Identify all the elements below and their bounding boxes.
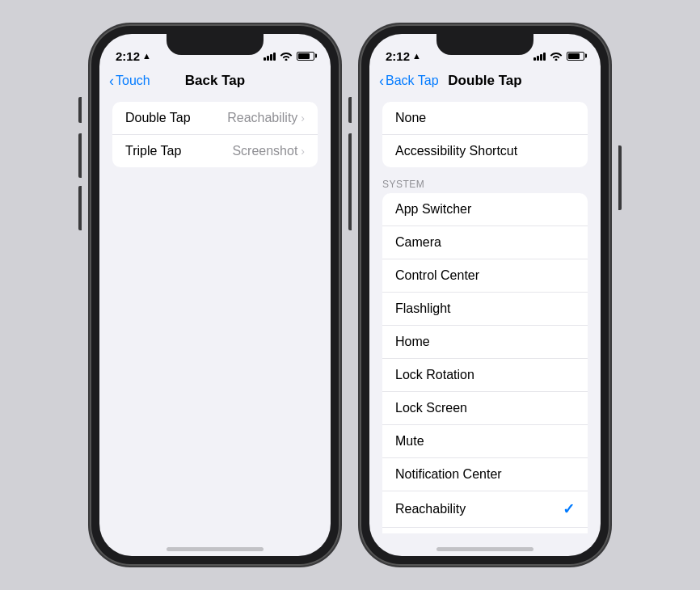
back-button-right[interactable]: ‹ Back Tap — [379, 73, 439, 90]
screen-content-left: Double Tap Reachability › Triple Tap Scr… — [99, 95, 331, 533]
status-time-right: 2:12 — [386, 49, 410, 63]
nav-bar-right: ‹ Back Tap Double Tap — [369, 70, 601, 95]
row-control-center[interactable]: Control Center — [382, 259, 588, 293]
wifi-icon-left — [280, 51, 293, 61]
double-tap-chevron: › — [301, 112, 305, 124]
lock-rotation-label: Lock Rotation — [395, 368, 474, 382]
system-section-header: SYSTEM — [369, 174, 601, 193]
signal-bars-left — [264, 51, 276, 61]
settings-group-left: Double Tap Reachability › Triple Tap Scr… — [112, 102, 318, 167]
row-camera[interactable]: Camera — [382, 226, 588, 259]
triple-tap-right: Screenshot › — [232, 144, 305, 158]
back-label-left: Touch — [116, 74, 150, 88]
row-lock-rotation[interactable]: Lock Rotation — [382, 359, 588, 392]
row-notification-center[interactable]: Notification Center — [382, 458, 588, 491]
triple-tap-label: Triple Tap — [125, 144, 181, 158]
battery-icon-left — [297, 52, 314, 61]
camera-label: Camera — [395, 235, 441, 250]
phone-left: 2:12 ▲ — [90, 24, 340, 566]
reachability-checkmark: ✓ — [563, 500, 575, 518]
notification-center-label: Notification Center — [395, 467, 502, 482]
battery-icon-right — [567, 52, 584, 61]
double-tap-label: Double Tap — [125, 111, 191, 125]
double-tap-value: Reachability — [227, 111, 297, 125]
triple-tap-chevron: › — [301, 145, 305, 158]
row-lock-screen[interactable]: Lock Screen — [382, 392, 588, 425]
phone-right: 2:12 ▲ — [360, 24, 610, 566]
flashlight-label: Flashlight — [395, 301, 450, 316]
reachability-label: Reachability — [395, 502, 466, 516]
back-chevron-left: ‹ — [109, 73, 114, 90]
accessibility-shortcut-label: Accessibility Shortcut — [395, 144, 517, 158]
row-triple-tap[interactable]: Triple Tap Screenshot › — [112, 135, 318, 167]
home-indicator-left — [99, 533, 331, 556]
wifi-icon-right — [550, 51, 563, 61]
none-label: None — [395, 111, 426, 125]
row-flashlight[interactable]: Flashlight — [382, 293, 588, 326]
home-bar-left — [167, 547, 264, 551]
system-group-right: App Switcher Camera Control Center Flash… — [382, 193, 588, 533]
row-home[interactable]: Home — [382, 326, 588, 359]
notch — [167, 34, 264, 55]
mute-label: Mute — [395, 434, 424, 449]
nav-title-right: Double Tap — [448, 73, 521, 89]
control-center-label: Control Center — [395, 268, 479, 283]
location-icon-left: ▲ — [142, 51, 151, 61]
row-app-switcher[interactable]: App Switcher — [382, 193, 588, 226]
row-accessibility-shortcut[interactable]: Accessibility Shortcut — [382, 135, 588, 167]
row-screenshot[interactable]: Screenshot — [382, 528, 588, 533]
notch-right — [436, 34, 533, 55]
triple-tap-value: Screenshot — [232, 144, 297, 158]
back-chevron-right: ‹ — [379, 73, 384, 90]
row-none[interactable]: None — [382, 102, 588, 135]
home-label: Home — [395, 335, 430, 349]
row-mute[interactable]: Mute — [382, 425, 588, 458]
phones-container: 2:12 ▲ — [90, 24, 610, 566]
status-icons-right — [533, 51, 584, 61]
nav-title-left: Back Tap — [185, 73, 245, 89]
back-button-left[interactable]: ‹ Touch — [109, 73, 150, 90]
signal-bars-right — [533, 51, 546, 61]
back-label-right: Back Tap — [386, 74, 439, 88]
double-tap-right: Reachability › — [227, 111, 305, 125]
app-switcher-label: App Switcher — [395, 202, 471, 217]
lock-screen-label: Lock Screen — [395, 401, 467, 415]
nav-bar-left: ‹ Touch Back Tap — [99, 70, 331, 95]
status-time-left: 2:12 — [116, 49, 140, 63]
row-double-tap[interactable]: Double Tap Reachability › — [112, 102, 318, 135]
row-reachability[interactable]: Reachability ✓ — [382, 491, 588, 528]
home-bar-right — [436, 547, 533, 551]
status-icons-left — [264, 51, 314, 61]
location-icon-right: ▲ — [412, 51, 421, 61]
home-indicator-right — [369, 533, 601, 556]
top-group-right: None Accessibility Shortcut — [382, 102, 588, 167]
screen-content-right[interactable]: None Accessibility Shortcut SYSTEM App S… — [369, 95, 601, 533]
